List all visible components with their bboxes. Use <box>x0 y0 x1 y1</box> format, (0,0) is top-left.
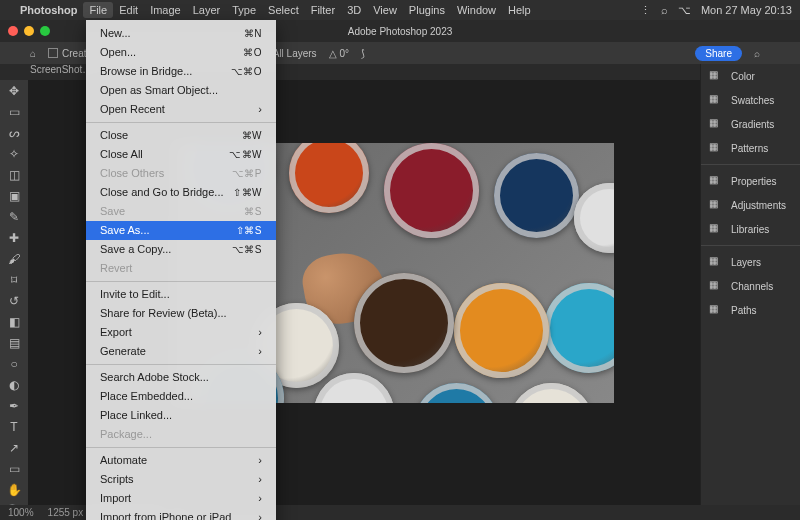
file-menu-export[interactable]: Export <box>86 323 276 342</box>
tool-type[interactable]: T <box>6 420 22 434</box>
file-menu-place-linked[interactable]: Place Linked... <box>86 406 276 425</box>
home-icon[interactable]: ⌂ <box>30 48 36 59</box>
angle-field[interactable]: △ 0° <box>329 48 349 59</box>
panel-layers[interactable]: ▦Layers <box>701 250 800 274</box>
tool-wand[interactable]: ✧ <box>6 147 22 161</box>
tool-gradient[interactable]: ▤ <box>6 336 22 350</box>
panel-properties[interactable]: ▦Properties <box>701 169 800 193</box>
menu-item-label: Automate <box>100 453 147 468</box>
file-menu-save-a-copy[interactable]: Save a Copy...⌥⌘S <box>86 240 276 259</box>
tool-marquee[interactable]: ▭ <box>6 105 22 119</box>
file-menu-browse-in-bridge[interactable]: Browse in Bridge...⌥⌘O <box>86 62 276 81</box>
file-menu-close[interactable]: Close⌘W <box>86 126 276 145</box>
file-menu-close-all[interactable]: Close All⌥⌘W <box>86 145 276 164</box>
menubar-item-image[interactable]: Image <box>150 4 181 16</box>
panel-label: Properties <box>731 176 777 187</box>
file-menu-share-for-review-beta[interactable]: Share for Review (Beta)... <box>86 304 276 323</box>
menubar-item-filter[interactable]: Filter <box>311 4 335 16</box>
tool-path[interactable]: ↗ <box>6 441 22 455</box>
document-tab[interactable]: ScreenShot… <box>30 64 92 75</box>
tool-move[interactable]: ✥ <box>6 84 22 98</box>
tool-blur[interactable]: ○ <box>6 357 22 371</box>
panel-color[interactable]: ▦Color <box>701 64 800 88</box>
menu-shortcut: ⌘S <box>244 204 262 219</box>
panel-adjustments[interactable]: ▦Adjustments <box>701 193 800 217</box>
mac-menubar: Photoshop FileEditImageLayerTypeSelectFi… <box>0 0 800 20</box>
zoom-level[interactable]: 100% <box>8 507 34 518</box>
tool-rect[interactable]: ▭ <box>6 462 22 476</box>
menubar-item-plugins[interactable]: Plugins <box>409 4 445 16</box>
file-menu-save: Save⌘S <box>86 202 276 221</box>
menu-item-label: Export <box>100 325 132 340</box>
menu-item-label: Save As... <box>100 223 150 238</box>
panel-label: Adjustments <box>731 200 786 211</box>
tool-eraser[interactable]: ◧ <box>6 315 22 329</box>
menu-shortcut: ⇧⌘S <box>236 223 262 238</box>
menubar-item-help[interactable]: Help <box>508 4 531 16</box>
menu-item-label: Close All <box>100 147 143 162</box>
panel-patterns[interactable]: ▦Patterns <box>701 136 800 160</box>
file-menu-place-embedded[interactable]: Place Embedded... <box>86 387 276 406</box>
tool-hand[interactable]: ✋ <box>6 483 22 497</box>
menu-item-label: Revert <box>100 261 132 276</box>
menu-item-label: Scripts <box>100 472 134 487</box>
menu-item-label: Browse in Bridge... <box>100 64 192 79</box>
app-name[interactable]: Photoshop <box>20 4 77 16</box>
paint-cup <box>544 283 614 373</box>
file-menu-save-as[interactable]: Save As...⇧⌘S <box>86 221 276 240</box>
file-menu-new[interactable]: New...⌘N <box>86 24 276 43</box>
file-menu-automate[interactable]: Automate <box>86 451 276 470</box>
control-center-icon[interactable]: ⌥ <box>678 4 691 17</box>
panel-libraries[interactable]: ▦Libraries <box>701 217 800 241</box>
file-menu-close-and-go-to-bridge[interactable]: Close and Go to Bridge...⇧⌘W <box>86 183 276 202</box>
menubar-item-type[interactable]: Type <box>232 4 256 16</box>
menubar-item-3d[interactable]: 3D <box>347 4 361 16</box>
tool-heal[interactable]: ✚ <box>6 231 22 245</box>
tool-frame[interactable]: ▣ <box>6 189 22 203</box>
menubar-item-select[interactable]: Select <box>268 4 299 16</box>
tool-dodge[interactable]: ◐ <box>6 378 22 392</box>
file-menu-scripts[interactable]: Scripts <box>86 470 276 489</box>
file-menu-search-adobe-stock[interactable]: Search Adobe Stock... <box>86 368 276 387</box>
color-icon: ▦ <box>709 69 723 83</box>
paint-cup <box>384 143 479 238</box>
file-menu-close-others: Close Others⌥⌘P <box>86 164 276 183</box>
panel-channels[interactable]: ▦Channels <box>701 274 800 298</box>
panel-swatches[interactable]: ▦Swatches <box>701 88 800 112</box>
tool-history[interactable]: ↺ <box>6 294 22 308</box>
file-menu-open-as-smart-object[interactable]: Open as Smart Object... <box>86 81 276 100</box>
panel-label: Channels <box>731 281 773 292</box>
file-menu: New...⌘NOpen...⌘OBrowse in Bridge...⌥⌘OO… <box>86 20 276 520</box>
menu-item-label: Open as Smart Object... <box>100 83 218 98</box>
menubar-item-layer[interactable]: Layer <box>193 4 221 16</box>
menubar-item-window[interactable]: Window <box>457 4 496 16</box>
panel-paths[interactable]: ▦Paths <box>701 298 800 322</box>
tool-pen[interactable]: ✒ <box>6 399 22 413</box>
tool-lasso[interactable]: ᔕ <box>6 126 22 140</box>
share-button[interactable]: Share <box>695 46 742 61</box>
file-menu-import[interactable]: Import <box>86 489 276 508</box>
tool-brush[interactable]: 🖌 <box>6 252 22 266</box>
panel-gradients[interactable]: ▦Gradients <box>701 112 800 136</box>
tools-panel: ✥▭ᔕ✧◫▣✎✚🖌⌑↺◧▤○◐✒T↗▭✋🔍 <box>0 80 28 505</box>
menubar-item-file[interactable]: File <box>83 2 113 18</box>
search-icon[interactable]: ⌕ <box>754 48 760 59</box>
file-menu-generate[interactable]: Generate <box>86 342 276 361</box>
file-menu-open[interactable]: Open...⌘O <box>86 43 276 62</box>
spotlight-icon[interactable]: ⌕ <box>661 4 668 16</box>
menu-shortcut: ⇧⌘W <box>233 185 262 200</box>
wifi-icon[interactable]: ⋮ <box>640 4 651 17</box>
tool-crop[interactable]: ◫ <box>6 168 22 182</box>
file-menu-import-from-iphone-or-ipad[interactable]: Import from iPhone or iPad <box>86 508 276 520</box>
file-menu-open-recent[interactable]: Open Recent <box>86 100 276 119</box>
menubar-item-view[interactable]: View <box>373 4 397 16</box>
menu-item-label: Place Embedded... <box>100 389 193 404</box>
file-menu-invite-to-edit[interactable]: Invite to Edit... <box>86 285 276 304</box>
tool-stamp[interactable]: ⌑ <box>6 273 22 287</box>
panel-label: Paths <box>731 305 757 316</box>
pressure-icon[interactable]: ⟆ <box>361 48 365 59</box>
menubar-item-edit[interactable]: Edit <box>119 4 138 16</box>
tool-eyedrop[interactable]: ✎ <box>6 210 22 224</box>
paint-cup <box>354 273 454 373</box>
menubar-clock: Mon 27 May 20:13 <box>701 4 792 16</box>
